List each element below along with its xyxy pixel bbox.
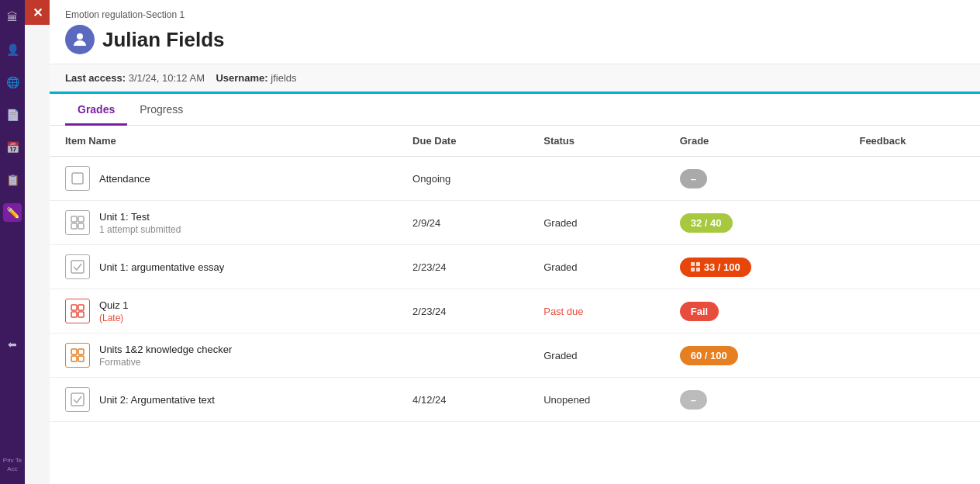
status-cell: Graded xyxy=(543,261,577,273)
item-text-block: Quiz 1(Late) xyxy=(99,299,129,323)
item-name: Units 1&2 knowledge checker xyxy=(99,344,232,355)
due-date-cell: 4/12/24 xyxy=(397,378,528,422)
last-access-label: Last access: xyxy=(65,72,126,84)
due-date-cell: 2/9/24 xyxy=(397,201,528,245)
svg-rect-19 xyxy=(71,393,84,406)
status-cell: Unopened xyxy=(543,394,590,406)
svg-rect-11 xyxy=(71,305,77,310)
svg-rect-8 xyxy=(696,262,700,266)
item-name-cell: Attendance xyxy=(65,166,381,191)
item-icon xyxy=(65,343,90,368)
header: Emotion regulation-Section 1 Julian Fiel… xyxy=(50,0,980,64)
tab-progress[interactable]: Progress xyxy=(127,94,195,126)
grade-cell: 60 / 100 xyxy=(664,334,844,378)
item-text-block: Unit 1: argumentative essay xyxy=(99,261,224,273)
status-cell: Graded xyxy=(543,217,577,229)
exit-icon[interactable]: ⬅ xyxy=(3,335,22,354)
status-cell: Graded xyxy=(543,350,577,361)
col-grade: Grade xyxy=(664,126,844,157)
feedback-cell xyxy=(844,334,980,378)
svg-rect-2 xyxy=(71,216,77,222)
svg-rect-1 xyxy=(72,173,83,184)
status-cell: Unopened xyxy=(528,378,664,422)
username-value: jfields xyxy=(271,72,296,84)
item-name: Unit 2: Argumentative text xyxy=(99,394,215,406)
user-icon[interactable]: 👤 xyxy=(3,40,22,59)
item-icon xyxy=(65,387,90,412)
status-cell: Past due xyxy=(543,306,583,317)
svg-point-0 xyxy=(77,33,83,40)
due-date-cell: 2/23/24 xyxy=(397,289,528,334)
item-name-cell: Units 1&2 knowledge checkerFormative xyxy=(65,343,381,368)
svg-rect-5 xyxy=(78,223,84,229)
feedback-cell xyxy=(844,245,980,289)
status-cell: Graded xyxy=(528,334,664,378)
item-late-label: (Late) xyxy=(99,313,129,323)
due-date-cell xyxy=(397,334,528,378)
list-icon[interactable]: 📋 xyxy=(3,171,22,189)
student-name: Julian Fields xyxy=(102,28,225,52)
grade-cell: – xyxy=(664,157,844,201)
table-row: Quiz 1(Late) 2/23/24 Past due Fail xyxy=(50,289,980,334)
status-cell xyxy=(528,157,664,201)
feedback-cell xyxy=(844,201,980,245)
grade-badge: 33 / 100 xyxy=(680,258,751,277)
tab-grades[interactable]: Grades xyxy=(65,94,127,126)
sidebar-footer: Priv Te Acc xyxy=(0,453,25,476)
avatar xyxy=(65,25,95,54)
table-row: Unit 2: Argumentative text 4/12/24 Unope… xyxy=(50,378,980,422)
student-name-row: Julian Fields xyxy=(65,25,964,54)
item-name-cell: Unit 2: Argumentative text xyxy=(65,387,381,412)
grade-cell: 32 / 40 xyxy=(664,201,844,245)
grade-badge: – xyxy=(680,390,707,410)
grade-badge: 60 / 100 xyxy=(680,346,738,365)
svg-rect-17 xyxy=(71,356,77,361)
globe-icon[interactable]: 🌐 xyxy=(3,73,22,92)
item-icon xyxy=(65,210,90,235)
feedback-cell xyxy=(844,157,980,201)
item-name-cell: Unit 1: Test1 attempt submitted xyxy=(65,210,381,235)
col-due-date: Due Date xyxy=(397,126,528,157)
svg-rect-6 xyxy=(71,261,84,273)
svg-rect-15 xyxy=(71,349,77,354)
svg-rect-10 xyxy=(696,268,700,271)
svg-rect-7 xyxy=(691,262,695,266)
item-text-block: Units 1&2 knowledge checkerFormative xyxy=(99,344,232,368)
item-name: Quiz 1 xyxy=(99,299,129,311)
due-date-cell: 2/23/24 xyxy=(397,245,528,289)
item-name-cell: Unit 1: argumentative essay xyxy=(65,254,381,279)
grade-cell: Fail xyxy=(664,289,844,334)
edit-icon[interactable]: ✏️ xyxy=(3,203,22,222)
tabs: Grades Progress xyxy=(50,94,980,126)
username-label: Username: xyxy=(216,72,267,84)
last-access-value: 3/1/24, 10:12 AM xyxy=(129,72,205,84)
feedback-cell xyxy=(844,378,980,422)
close-button[interactable]: ✕ xyxy=(25,0,50,25)
info-bar: Last access: 3/1/24, 10:12 AM Username: … xyxy=(50,64,980,94)
item-subtitle: Formative xyxy=(99,357,232,368)
grade-badge: Fail xyxy=(680,302,719,321)
svg-rect-14 xyxy=(78,312,84,317)
svg-rect-16 xyxy=(78,349,84,354)
document-icon[interactable]: 📄 xyxy=(3,105,22,124)
sidebar: 🏛 👤 🌐 📄 📅 📋 ✏️ ⬅ Priv Te Acc xyxy=(0,0,25,484)
item-text-block: Unit 1: Test1 attempt submitted xyxy=(99,211,181,235)
item-subtitle: 1 attempt submitted xyxy=(99,224,181,235)
status-cell: Past due xyxy=(528,289,664,334)
grades-table: Item Name Due Date Status Grade Feedback… xyxy=(50,126,980,422)
item-name-cell: Quiz 1(Late) xyxy=(65,299,381,323)
svg-rect-12 xyxy=(78,305,84,310)
grade-badge: 32 / 40 xyxy=(680,213,733,233)
table-row: Attendance Ongoing – xyxy=(50,157,980,201)
grade-cell: – xyxy=(664,378,844,422)
calendar-icon[interactable]: 📅 xyxy=(3,138,22,157)
svg-rect-9 xyxy=(691,268,695,271)
feedback-cell xyxy=(844,289,980,334)
item-text-block: Unit 2: Argumentative text xyxy=(99,394,215,406)
table-row: Unit 1: argumentative essay 2/23/24 Grad… xyxy=(50,245,980,289)
home-icon[interactable]: 🏛 xyxy=(3,8,22,26)
item-icon xyxy=(65,299,90,323)
main-panel: Emotion regulation-Section 1 Julian Fiel… xyxy=(50,0,980,484)
col-item-name: Item Name xyxy=(50,126,397,157)
grade-cell: 33 / 100 xyxy=(664,245,844,289)
